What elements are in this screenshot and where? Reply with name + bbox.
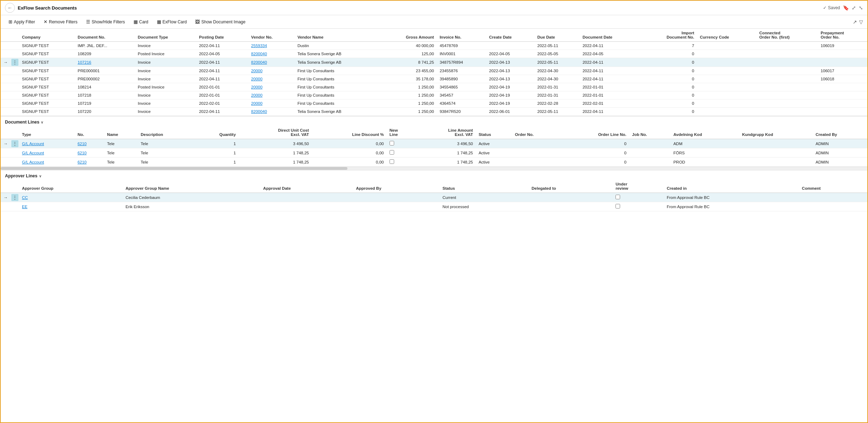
dl-row-new-line[interactable]: [387, 139, 415, 148]
dl-row-dots[interactable]: [11, 148, 19, 158]
dl-row-type[interactable]: G/L Account: [19, 158, 75, 167]
doc-line-row[interactable]: G/L Account 6210 Tele Tele 1 1 748,25 0,…: [1, 158, 867, 167]
al-row-approver-group[interactable]: EE: [19, 202, 123, 211]
row-dots[interactable]: [11, 67, 19, 75]
row-context-menu-button[interactable]: ⋮: [11, 59, 18, 66]
row-doc-no[interactable]: PRE000002: [75, 75, 135, 83]
bookmark-icon[interactable]: 🔖: [843, 5, 849, 11]
row-dots[interactable]: ⋮: [11, 58, 19, 67]
dl-row-dots[interactable]: ⋮: [11, 139, 19, 148]
row-import-doc-no: 0: [640, 91, 697, 99]
row-prepayment-order: [818, 91, 867, 99]
doc-lines-scrollbar[interactable]: [1, 167, 867, 170]
table-row[interactable]: SIGNUP TEST 107219 Invoice 2022-02-01 20…: [1, 99, 867, 108]
al-col-delegated-to: Delegated to: [529, 180, 613, 193]
row-doc-no[interactable]: 107219: [75, 99, 135, 108]
row-dots[interactable]: [11, 50, 19, 58]
back-button[interactable]: ←: [5, 3, 15, 13]
approver-line-row[interactable]: EE Erik Eriksson Not processed From Appr…: [1, 202, 867, 211]
show-hide-filters-button[interactable]: ☰ Show/Hide Filters: [83, 17, 129, 26]
row-prepayment-order: 106019: [818, 42, 867, 50]
remove-filters-button[interactable]: ✕ Remove Filters: [40, 17, 81, 26]
dl-row-no[interactable]: 6210: [75, 148, 104, 158]
al-row-context-menu-button[interactable]: ⋮: [11, 194, 18, 201]
dl-row-new-line[interactable]: [387, 158, 415, 167]
row-vendor-no[interactable]: 8200040: [248, 108, 295, 116]
row-vendor-no[interactable]: 8200040: [248, 50, 295, 58]
table-row[interactable]: SIGNUP TEST IMP. JNL. DEF... Invoice 202…: [1, 42, 867, 50]
dl-new-line-checkbox[interactable]: [390, 159, 394, 164]
al-row-dots[interactable]: [11, 202, 19, 211]
al-row-dots[interactable]: ⋮: [11, 193, 19, 202]
al-row-approver-group[interactable]: CC: [19, 193, 123, 202]
row-vendor-name: First Up Consultants: [295, 91, 379, 99]
approver-lines-chevron[interactable]: ∨: [39, 174, 41, 178]
table-row[interactable]: SIGNUP TEST PRE000002 Invoice 2022-04-11…: [1, 75, 867, 83]
row-doc-no[interactable]: 107218: [75, 91, 135, 99]
approver-line-row[interactable]: → ⋮ CC Cecilia Cederbaum Current From Ap…: [1, 193, 867, 202]
table-row[interactable]: SIGNUP TEST PRE000001 Invoice 2022-04-11…: [1, 67, 867, 75]
expand-icon[interactable]: ⤢: [852, 5, 856, 11]
row-posting-date: 2022-01-01: [196, 91, 248, 99]
row-vendor-no[interactable]: 20000: [248, 75, 295, 83]
row-doc-no[interactable]: 108214: [75, 83, 135, 91]
row-invoice-no: 34554865: [437, 83, 486, 91]
exflow-card-button[interactable]: ▦ ExFlow Card: [153, 17, 191, 26]
dl-row-type[interactable]: G/L Account: [19, 139, 75, 148]
row-vendor-no[interactable]: 8200040: [248, 58, 295, 67]
approver-lines-header-row: Approver Group Approver Group Name Appro…: [1, 180, 867, 193]
dl-row-no[interactable]: 6210: [75, 139, 104, 148]
row-vendor-no[interactable]: 2559334: [248, 42, 295, 50]
row-dots[interactable]: [11, 91, 19, 99]
table-row[interactable]: → ⋮ SIGNUP TEST 107216 Invoice 2022-04-1…: [1, 58, 867, 67]
row-doc-no[interactable]: PRE000001: [75, 67, 135, 75]
row-dots[interactable]: [11, 99, 19, 108]
dl-row-dots[interactable]: [11, 158, 19, 167]
row-arrow: →: [1, 58, 11, 67]
dl-col-order-line-no: Order Line No.: [561, 126, 629, 139]
dl-col-kundgrupp-kod: Kundgrupp Kod: [739, 126, 813, 139]
doc-line-row[interactable]: G/L Account 6210 Tele Tele 1 1 748,25 0,…: [1, 148, 867, 158]
share-icon[interactable]: ↗: [853, 19, 857, 25]
table-row[interactable]: SIGNUP TEST 108214 Posted Invoice 2022-0…: [1, 83, 867, 91]
dl-row-type[interactable]: G/L Account: [19, 148, 75, 158]
row-doc-no[interactable]: 108209: [75, 50, 135, 58]
row-dots[interactable]: [11, 108, 19, 116]
row-vendor-no[interactable]: 20000: [248, 83, 295, 91]
document-lines-chevron[interactable]: ∨: [41, 120, 43, 124]
row-doc-no[interactable]: IMP. JNL. DEF...: [75, 42, 135, 50]
al-under-review-checkbox[interactable]: [615, 204, 620, 208]
row-vendor-no[interactable]: 20000: [248, 67, 295, 75]
row-vendor-no[interactable]: 20000: [248, 99, 295, 108]
dl-col-new-line: NewLine: [387, 126, 415, 139]
row-dots[interactable]: [11, 42, 19, 50]
apply-filter-button[interactable]: ⊞ Apply Filter: [5, 17, 39, 26]
doc-line-row[interactable]: → ⋮ G/L Account 6210 Tele Tele 1 3 496,5…: [1, 139, 867, 148]
row-dots[interactable]: [11, 83, 19, 91]
table-row[interactable]: SIGNUP TEST 108209 Posted Invoice 2022-0…: [1, 50, 867, 58]
row-create-date: 2022-04-13: [486, 67, 534, 75]
row-currency-code: [697, 91, 756, 99]
al-col-under-review: Underreview: [613, 180, 664, 193]
dl-row-no[interactable]: 6210: [75, 158, 104, 167]
table-row[interactable]: SIGNUP TEST 107218 Invoice 2022-01-01 20…: [1, 91, 867, 99]
al-col-approver-group-name: Approver Group Name: [123, 180, 260, 193]
row-doc-no[interactable]: 107220: [75, 108, 135, 116]
dl-row-context-menu-button[interactable]: ⋮: [11, 140, 18, 147]
dl-new-line-checkbox[interactable]: [390, 150, 394, 155]
show-document-image-button[interactable]: 🖼 Show Document Image: [192, 17, 249, 26]
table-row[interactable]: SIGNUP TEST 107220 Invoice 2022-04-11 82…: [1, 108, 867, 116]
row-dots[interactable]: [11, 75, 19, 83]
filter-icon[interactable]: ▽: [859, 19, 863, 25]
al-row-under-review[interactable]: [613, 202, 664, 211]
dl-row-new-line[interactable]: [387, 148, 415, 158]
card-button[interactable]: ▦ Card: [130, 17, 152, 26]
row-doc-no[interactable]: 107216: [75, 58, 135, 67]
minimize-icon[interactable]: ⤡: [859, 5, 863, 11]
al-under-review-checkbox[interactable]: [615, 195, 620, 199]
dl-new-line-checkbox[interactable]: [390, 141, 394, 145]
al-row-under-review[interactable]: [613, 193, 664, 202]
row-vendor-no[interactable]: 20000: [248, 91, 295, 99]
al-row-created-in: From Approval Rule BC: [664, 193, 799, 202]
row-import-doc-no: 0: [640, 108, 697, 116]
